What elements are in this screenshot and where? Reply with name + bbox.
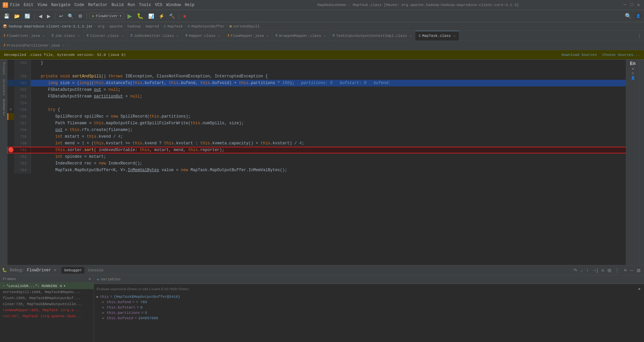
download-sources-link[interactable]: Download Sources [561, 53, 597, 57]
sidebar-bookmarks-label[interactable]: Bookmarks [1, 98, 6, 117]
menu-tools[interactable]: Tools [139, 3, 151, 7]
bp-marker-726[interactable] [7, 113, 14, 120]
debug-evaluate[interactable]: ≡ [600, 267, 605, 274]
debug-tab-console[interactable]: Console [85, 267, 106, 274]
bp-marker-729[interactable] [7, 133, 14, 140]
frame-item-1[interactable]: sortAndSpill:1609, MapTask$MapOu... [0, 289, 94, 295]
bp-marker-734[interactable] [7, 167, 14, 174]
tab-close-wrappedmapper[interactable]: ✕ [324, 34, 326, 38]
frames-filter-icon[interactable]: ⊘ [89, 277, 91, 281]
breakpoint-dot-731[interactable]: 🔴 [8, 147, 14, 153]
tab-close-mapper[interactable]: ✕ [218, 34, 220, 38]
save-button[interactable]: 💾 [2, 12, 11, 20]
breadcrumb-maptask[interactable]: MapTask [167, 24, 183, 28]
debug-button[interactable]: 🐛 [135, 12, 145, 20]
menu-help[interactable]: Help [185, 3, 195, 7]
profile-button[interactable]: ⚡ [157, 12, 166, 20]
menu-edit[interactable]: Edit [24, 3, 34, 7]
add-watch-button[interactable]: + [97, 277, 99, 282]
search-button[interactable]: 🔍 [66, 12, 75, 20]
var-item-this[interactable]: ▶ this = {MapTask$MapOutputBuffer@3416} [94, 294, 644, 299]
frame-filter-icon[interactable]: ⊘ [60, 284, 62, 288]
breadcrumb-mapred[interactable]: mapred [146, 24, 159, 28]
debug-step-over[interactable]: ↷ [572, 267, 579, 274]
var-item-bufvoid[interactable]: ∞ this.bufvoid = 104857600 [94, 316, 644, 321]
debug-more[interactable]: ⋮ [613, 267, 621, 274]
frame-item-2[interactable]: flush:1505, MapTask$MapOutputBuf... [0, 295, 94, 301]
menu-run[interactable]: Run [127, 3, 135, 7]
tab-maptask[interactable]: C MapTask.class ✕ [415, 31, 459, 41]
open-button[interactable]: 📂 [12, 12, 21, 20]
menu-vcs[interactable]: VCS [155, 3, 162, 7]
run-button[interactable]: ▶ [126, 11, 134, 21]
tab-close-province[interactable]: ✕ [62, 44, 64, 48]
debug-close-panel-btn[interactable]: ⊠ [635, 267, 642, 274]
var-expand-this[interactable]: ▶ [97, 295, 99, 299]
var-item-bufend[interactable]: ∞ this.bufend = = 789 [94, 299, 644, 305]
frame-item-4[interactable]: runNewMapper:805, MapTask (org.a... [0, 307, 94, 313]
bp-marker-732[interactable] [7, 153, 14, 160]
close-button[interactable]: ✕ [636, 2, 641, 8]
frame-item-0[interactable]: ✓ *LocalJobR...*: RUNNING ⊘ ▾ [0, 283, 94, 289]
tab-flowdriver[interactable]: J FlowDriver.java ✕ [0, 31, 48, 41]
breadcrumb-org[interactable]: org [98, 24, 104, 28]
tab-job[interactable]: C Job.class ✕ [48, 31, 83, 41]
bp-marker-723[interactable] [7, 93, 14, 100]
debug-minimize-btn[interactable]: ─ [629, 267, 635, 274]
var-item-partitions[interactable]: ∞ this.partitions = 5 [94, 310, 644, 316]
menu-navigate[interactable]: Navigate [51, 3, 70, 7]
refresh-button[interactable]: 🔄 [23, 12, 32, 20]
tab-close-jobsubmitter[interactable]: ✕ [176, 34, 178, 38]
undo-button[interactable]: ↩ [57, 12, 65, 20]
bp-marker-724[interactable] [7, 100, 14, 107]
frame-dropdown-icon[interactable]: ▾ [63, 284, 66, 288]
debug-tab-debugger[interactable]: Debugger [61, 267, 85, 274]
bp-marker-720[interactable] [7, 73, 14, 80]
bp-marker-728[interactable] [7, 127, 14, 133]
var-item-bufstart[interactable]: ∞ this.bufstart = 0 [94, 305, 644, 310]
settings-button[interactable]: ⚙ [76, 12, 84, 20]
breadcrumb-hadoop[interactable]: hadoop [127, 24, 141, 28]
expression-expand-icon[interactable]: ▸ [638, 285, 641, 292]
build-artifacts-button[interactable]: 🔨 [167, 12, 176, 20]
debug-restore-layout[interactable]: ⊞ [606, 267, 613, 274]
debug-run-to-cursor[interactable]: →| [591, 267, 599, 274]
tab-close-flowmapper[interactable]: ✕ [267, 34, 269, 38]
minimize-button[interactable]: ─ [622, 2, 628, 8]
bp-marker-722[interactable] [7, 86, 14, 93]
stop-button[interactable]: ■ [181, 12, 187, 20]
menu-view[interactable]: View [38, 3, 47, 7]
bp-marker-719[interactable] [7, 60, 14, 66]
debug-step-out[interactable]: ↑ [585, 267, 590, 274]
debug-step-into[interactable]: ↓ [579, 267, 584, 274]
menu-refactor[interactable]: Refactor [88, 3, 108, 7]
tab-overflow-button[interactable]: ⋮ [635, 33, 644, 38]
bp-marker-721[interactable] [7, 80, 14, 86]
sidebar-structure-label[interactable]: Structure [1, 78, 6, 97]
debug-settings-btn[interactable]: ⚙ [624, 268, 627, 273]
tab-flowmapper[interactable]: J FlowMapper.java ✕ [224, 31, 272, 41]
tab-mapper[interactable]: C Mapper.class ✕ [182, 31, 224, 41]
tab-close-job[interactable]: ✕ [78, 34, 80, 38]
tab-close-cluster[interactable]: ✕ [121, 34, 123, 38]
breadcrumb-apache[interactable]: apache [109, 24, 123, 28]
bp-marker-725[interactable]: ▼ [7, 107, 14, 113]
sidebar-project-label[interactable]: Project [1, 61, 6, 76]
bp-marker-727[interactable] [7, 120, 14, 127]
tab-cluster[interactable]: C Cluster.class ✕ [84, 31, 127, 41]
find-button[interactable]: 🔍 [623, 12, 633, 20]
bp-marker-730[interactable] [7, 140, 14, 147]
debug-settings-icon[interactable]: ⚙ [624, 268, 627, 273]
forward-button[interactable]: ▶ [45, 12, 52, 20]
menu-build[interactable]: Build [111, 3, 123, 7]
tab-provincepartitioner[interactable]: J ProvincePartitioner.java ✕ [0, 41, 68, 50]
back-button[interactable]: ◀ [37, 12, 44, 20]
tab-jobsubmitter[interactable]: C JobSubmitter.class ✕ [127, 31, 182, 41]
breadcrumb-sortandspill[interactable]: sortAndSpill [233, 24, 260, 28]
coverage-button[interactable]: 📊 [147, 12, 156, 20]
breadcrumb-jar-label[interactable]: hadoop-mapreduce-client-core-3.1.3.jar [9, 24, 93, 28]
breadcrumb-mapoutputbuffer[interactable]: MapOutputBuffer [192, 24, 225, 28]
menu-file[interactable]: File [10, 3, 20, 7]
bp-marker-731[interactable]: 🔴 [7, 147, 14, 153]
menu-code[interactable]: Code [74, 3, 84, 7]
